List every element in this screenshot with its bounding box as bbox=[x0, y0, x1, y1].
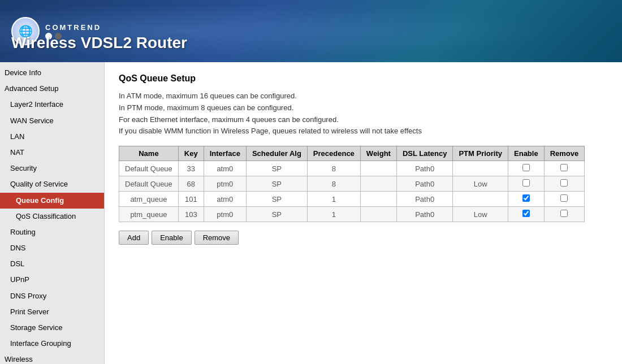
cell-interface: ptm0 bbox=[204, 176, 246, 192]
description: In ATM mode, maximum 16 queues can be co… bbox=[119, 90, 608, 137]
sidebar-item-dns[interactable]: DNS bbox=[0, 240, 104, 256]
cell-name: atm_queue bbox=[119, 192, 179, 207]
sidebar-item-wireless[interactable]: Wireless bbox=[0, 352, 104, 364]
sidebar-item-qos-classification[interactable]: QoS Classification bbox=[0, 209, 104, 224]
sidebar-item-layer2-interface[interactable]: Layer2 Interface bbox=[0, 97, 104, 112]
cell-precedence: 8 bbox=[307, 161, 360, 176]
desc-line-2: In PTM mode, maximum 8 queues can be con… bbox=[119, 102, 608, 114]
col-interface: Interface bbox=[204, 146, 246, 161]
header: 🌐 COMTREND Wireless VDSL2 Router bbox=[0, 0, 622, 62]
cell-ptm-priority: Low bbox=[453, 207, 508, 222]
sidebar-item-dsl[interactable]: DSL bbox=[0, 256, 104, 272]
sidebar-item-routing[interactable]: Routing bbox=[0, 224, 104, 240]
cell-dsl-latency: Path0 bbox=[396, 192, 453, 207]
desc-line-1: In ATM mode, maximum 16 queues can be co… bbox=[119, 90, 608, 102]
cell-key: 101 bbox=[178, 192, 204, 207]
col-weight: Weight bbox=[360, 146, 396, 161]
sidebar-item-nat[interactable]: NAT bbox=[0, 145, 104, 161]
cell-scheduler: SP bbox=[246, 176, 307, 192]
cell-ptm-priority bbox=[453, 192, 508, 207]
sidebar-item-wan-service[interactable]: WAN Service bbox=[0, 113, 104, 129]
cell-enable[interactable] bbox=[508, 192, 545, 207]
action-buttons: Add Enable Remove bbox=[119, 231, 608, 245]
cell-precedence: 8 bbox=[307, 176, 360, 192]
col-scheduler: Scheduler Alg bbox=[246, 146, 307, 161]
remove-checkbox[interactable] bbox=[560, 164, 568, 171]
cell-remove[interactable] bbox=[544, 176, 585, 192]
brand-name: COMTREND bbox=[45, 23, 101, 32]
cell-scheduler: SP bbox=[246, 192, 307, 207]
cell-ptm-priority bbox=[453, 161, 508, 176]
cell-key: 68 bbox=[178, 176, 204, 192]
cell-weight bbox=[360, 192, 396, 207]
content-area: QoS Queue Setup In ATM mode, maximum 16 … bbox=[105, 62, 622, 364]
enable-checkbox[interactable] bbox=[522, 164, 530, 171]
sidebar-item-upnp[interactable]: UPnP bbox=[0, 272, 104, 288]
enable-checkbox[interactable] bbox=[522, 194, 530, 202]
col-name: Name bbox=[119, 146, 179, 161]
col-ptm-priority: PTM Priority bbox=[453, 146, 508, 161]
sidebar-item-queue-config[interactable]: Queue Config bbox=[0, 193, 104, 209]
sidebar-item-device-info[interactable]: Device Info bbox=[0, 65, 104, 81]
cell-dsl-latency: Path0 bbox=[396, 176, 453, 192]
col-precedence: Precedence bbox=[307, 146, 360, 161]
col-dsl-latency: DSL Latency bbox=[396, 146, 453, 161]
sidebar-item-interface-grouping[interactable]: Interface Grouping bbox=[0, 336, 104, 352]
cell-key: 103 bbox=[178, 207, 204, 222]
cell-ptm-priority: Low bbox=[453, 176, 508, 192]
remove-checkbox[interactable] bbox=[560, 210, 568, 217]
cell-key: 33 bbox=[178, 161, 204, 176]
page-title: QoS Queue Setup bbox=[119, 73, 608, 84]
cell-dsl-latency: Path0 bbox=[396, 161, 453, 176]
table-row: Default Queue33atm0SP8Path0 bbox=[119, 161, 585, 176]
sidebar-item-qos[interactable]: Quality of Service bbox=[0, 176, 104, 192]
cell-name: ptm_queue bbox=[119, 207, 179, 222]
table-header-row: Name Key Interface Scheduler Alg Precede… bbox=[119, 146, 585, 161]
product-title: Wireless VDSL2 Router bbox=[11, 34, 187, 52]
cell-scheduler: SP bbox=[246, 207, 307, 222]
enable-checkbox[interactable] bbox=[522, 210, 530, 217]
cell-weight bbox=[360, 161, 396, 176]
sidebar-item-security[interactable]: Security bbox=[0, 161, 104, 176]
remove-checkbox[interactable] bbox=[560, 194, 568, 202]
cell-enable[interactable] bbox=[508, 207, 545, 222]
table-row: Default Queue68ptm0SP8Path0Low bbox=[119, 176, 585, 192]
sidebar-item-lan[interactable]: LAN bbox=[0, 129, 104, 145]
add-button[interactable]: Add bbox=[119, 231, 149, 245]
col-enable: Enable bbox=[508, 146, 545, 161]
cell-weight bbox=[360, 207, 396, 222]
remove-button[interactable]: Remove bbox=[195, 231, 239, 245]
cell-name: Default Queue bbox=[119, 161, 179, 176]
cell-enable[interactable] bbox=[508, 161, 545, 176]
cell-weight bbox=[360, 176, 396, 192]
main-layout: Device Info Advanced Setup Layer2 Interf… bbox=[0, 62, 622, 364]
cell-name: Default Queue bbox=[119, 176, 179, 192]
remove-checkbox[interactable] bbox=[560, 179, 568, 187]
cell-interface: atm0 bbox=[204, 161, 246, 176]
cell-precedence: 1 bbox=[307, 192, 360, 207]
desc-line-3: For each Ethernet interface, maximum 4 q… bbox=[119, 114, 608, 126]
cell-interface: ptm0 bbox=[204, 207, 246, 222]
sidebar-item-advanced-setup[interactable]: Advanced Setup bbox=[0, 81, 104, 97]
cell-enable[interactable] bbox=[508, 176, 545, 192]
col-remove: Remove bbox=[544, 146, 585, 161]
table-row: atm_queue101atm0SP1Path0 bbox=[119, 192, 585, 207]
sidebar-item-print-server[interactable]: Print Server bbox=[0, 304, 104, 320]
cell-dsl-latency: Path0 bbox=[396, 207, 453, 222]
cell-interface: atm0 bbox=[204, 192, 246, 207]
sidebar-item-storage-service[interactable]: Storage Service bbox=[0, 320, 104, 336]
table-row: ptm_queue103ptm0SP1Path0Low bbox=[119, 207, 585, 222]
cell-precedence: 1 bbox=[307, 207, 360, 222]
desc-line-4: If you disable WMM function in Wireless … bbox=[119, 125, 608, 137]
enable-checkbox[interactable] bbox=[522, 179, 530, 187]
enable-button[interactable]: Enable bbox=[152, 231, 191, 245]
cell-remove[interactable] bbox=[544, 207, 585, 222]
col-key: Key bbox=[178, 146, 204, 161]
queue-table: Name Key Interface Scheduler Alg Precede… bbox=[119, 146, 585, 222]
sidebar: Device Info Advanced Setup Layer2 Interf… bbox=[0, 62, 105, 364]
cell-remove[interactable] bbox=[544, 161, 585, 176]
cell-remove[interactable] bbox=[544, 192, 585, 207]
cell-scheduler: SP bbox=[246, 161, 307, 176]
sidebar-item-dns-proxy[interactable]: DNS Proxy bbox=[0, 288, 104, 304]
